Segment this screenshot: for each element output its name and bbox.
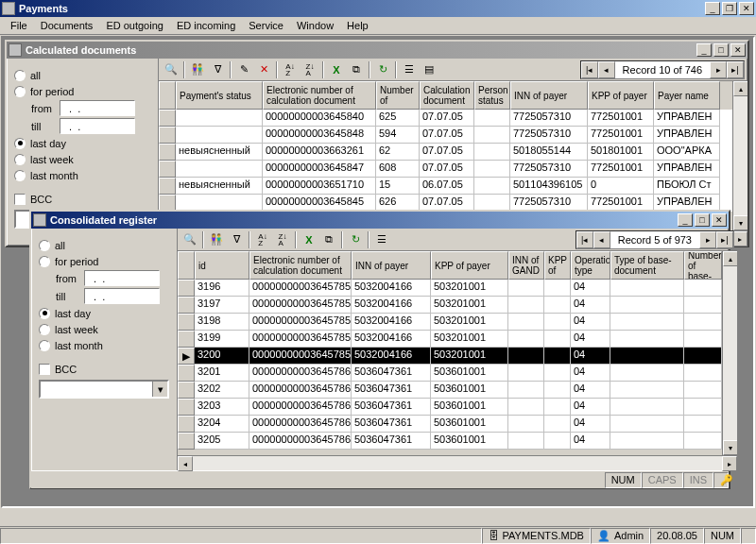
table-cell[interactable]: [544, 399, 571, 416]
table-cell[interactable]: [508, 365, 544, 382]
table-cell[interactable]: 503201001: [431, 331, 508, 348]
copy-icon[interactable]: ⧉: [347, 60, 366, 79]
table-cell[interactable]: 3200: [195, 348, 249, 365]
table-cell[interactable]: 00000000003645847: [263, 161, 376, 178]
sort-desc-icon[interactable]: Z↓A: [273, 230, 292, 249]
find-icon[interactable]: 👫: [207, 230, 226, 249]
input-till[interactable]: [60, 118, 135, 134]
child-maximize-button[interactable]: □: [713, 43, 729, 57]
table-cell[interactable]: 00000000003645786: [249, 382, 352, 399]
child-minimize-button[interactable]: _: [696, 43, 712, 57]
table-row[interactable]: 3201000000000036457865036047361503601001…: [178, 365, 722, 382]
hscrollbar[interactable]: ◂▸: [178, 455, 737, 470]
table-cell[interactable]: [610, 433, 684, 450]
table-cell[interactable]: 503601001: [431, 399, 508, 416]
nav-last-button[interactable]: ▸|: [727, 61, 744, 78]
nav-next-button[interactable]: ▸: [710, 61, 727, 78]
table-cell[interactable]: 503601001: [431, 365, 508, 382]
col-header[interactable]: Calculation document: [420, 81, 474, 110]
table-cell[interactable]: 503601001: [431, 416, 508, 433]
radio-for-period[interactable]: for period: [39, 254, 169, 268]
table-cell[interactable]: 04: [571, 365, 610, 382]
table-cell[interactable]: 503201001: [431, 280, 508, 297]
nav-last-button[interactable]: ▸|: [716, 231, 733, 248]
table-cell[interactable]: 00000000003651710: [263, 178, 376, 195]
table-cell[interactable]: 00000000003645786: [249, 365, 352, 382]
table-cell[interactable]: [544, 382, 571, 399]
combo-bcc[interactable]: ▾: [39, 380, 169, 399]
check-bcc[interactable]: BCC: [39, 362, 169, 376]
table-cell[interactable]: 3198: [195, 314, 249, 331]
table-cell[interactable]: [544, 314, 571, 331]
table-cell[interactable]: 3205: [195, 433, 249, 450]
find-icon[interactable]: 👫: [188, 60, 207, 79]
menu-documents[interactable]: Documents: [34, 18, 100, 33]
col-header[interactable]: Type of base-document: [610, 251, 684, 280]
table-cell[interactable]: 04: [571, 297, 610, 314]
table-cell[interactable]: 04: [571, 348, 610, 365]
table-cell[interactable]: [474, 178, 510, 195]
table-cell[interactable]: [610, 382, 684, 399]
nav-first-button[interactable]: |◂: [576, 231, 593, 248]
table-cell[interactable]: 3204: [195, 416, 249, 433]
table-row[interactable]: 3202000000000036457865036047361503601001…: [178, 382, 722, 399]
table-cell[interactable]: [610, 416, 684, 433]
table-cell[interactable]: 04: [571, 331, 610, 348]
radio-last-day[interactable]: last day: [14, 136, 150, 150]
table-cell[interactable]: невыясненный: [176, 144, 263, 161]
table-cell[interactable]: [544, 280, 571, 297]
delete-icon[interactable]: ✕: [254, 60, 273, 79]
table-cell[interactable]: [544, 416, 571, 433]
child-minimize-button[interactable]: _: [678, 213, 693, 227]
table-cell[interactable]: невыясненный: [176, 178, 263, 195]
table-cell[interactable]: [508, 433, 544, 450]
table-cell[interactable]: [474, 127, 510, 144]
table-cell[interactable]: 62: [376, 144, 420, 161]
table-cell[interactable]: [508, 297, 544, 314]
form-icon[interactable]: ▤: [420, 60, 438, 79]
table-cell[interactable]: 04: [571, 314, 610, 331]
col-header[interactable]: KPP of payer: [431, 251, 508, 280]
table-cell[interactable]: 503201001: [431, 348, 508, 365]
table-cell[interactable]: 503601001: [431, 433, 508, 450]
radio-last-month[interactable]: last month: [39, 338, 169, 352]
menu-ed-outgoing[interactable]: ED outgoing: [99, 18, 170, 33]
table-row[interactable]: 0000000000364584859407.07.05772505731077…: [159, 127, 732, 144]
table-row[interactable]: невыясненный000000000036517101506.07.055…: [159, 178, 732, 195]
table-cell[interactable]: 5032004166: [352, 331, 431, 348]
table-cell[interactable]: 06.07.05: [420, 178, 474, 195]
table-cell[interactable]: 3197: [195, 297, 249, 314]
zoom-icon[interactable]: 🔍: [162, 60, 180, 79]
table-cell[interactable]: [684, 331, 722, 348]
col-header[interactable]: Electronic number of calculation documen…: [249, 251, 352, 280]
table-cell[interactable]: [176, 127, 263, 144]
table-cell[interactable]: [684, 382, 722, 399]
table-cell[interactable]: [474, 144, 510, 161]
table-cell[interactable]: 07.07.05: [420, 127, 474, 144]
nav-prev-button[interactable]: ◂: [593, 231, 610, 248]
vscrollbar[interactable]: ▴▾: [732, 81, 747, 230]
filter-icon[interactable]: ∇: [227, 230, 246, 249]
table-cell[interactable]: [684, 416, 722, 433]
nav-first-button[interactable]: |◂: [581, 61, 598, 78]
check-bcc[interactable]: BCC: [14, 192, 150, 206]
table-cell[interactable]: 00000000003645786: [249, 399, 352, 416]
table-cell[interactable]: [176, 110, 263, 127]
table-cell[interactable]: 501801001: [588, 144, 654, 161]
table-row[interactable]: 0000000000364584760807.07.05772505731077…: [159, 161, 732, 178]
table-cell[interactable]: 00000000003645848: [263, 127, 376, 144]
table-cell[interactable]: 04: [571, 399, 610, 416]
col-header[interactable]: INN of payer: [510, 81, 588, 110]
col-header[interactable]: INN of GAND: [508, 251, 544, 280]
radio-last-week[interactable]: last week: [14, 152, 150, 166]
col-header[interactable]: id: [195, 251, 249, 280]
table-cell[interactable]: 00000000003645785: [249, 280, 352, 297]
table-cell[interactable]: [508, 416, 544, 433]
table-cell[interactable]: 00000000003645786: [249, 416, 352, 433]
edit-icon[interactable]: ✎: [234, 60, 253, 79]
menu-help[interactable]: Help: [340, 18, 375, 33]
table-cell[interactable]: 15: [376, 178, 420, 195]
minimize-button[interactable]: _: [705, 2, 720, 15]
window-consolidated-titlebar[interactable]: Consolidated register _ □ ✕: [31, 212, 729, 229]
table-cell[interactable]: [610, 399, 684, 416]
